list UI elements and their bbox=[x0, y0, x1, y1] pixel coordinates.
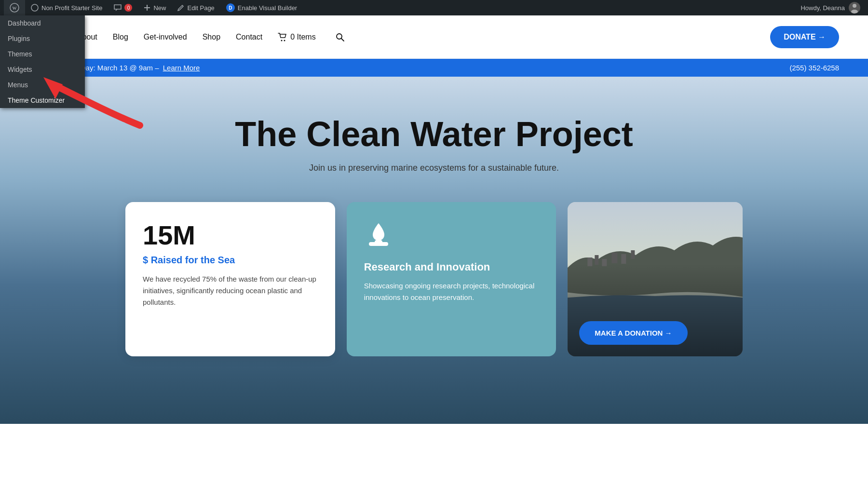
search-icon-btn[interactable] bbox=[331, 28, 349, 46]
dropdown-item-themes[interactable]: Themes bbox=[0, 46, 85, 62]
svg-point-8 bbox=[337, 34, 342, 39]
howdy-section[interactable]: Howdy, Deanna bbox=[800, 2, 860, 14]
svg-point-7 bbox=[284, 40, 285, 41]
visual-builder-item[interactable]: D Enable Visual Builder bbox=[220, 0, 303, 15]
donate-button[interactable]: DONATE → bbox=[770, 26, 839, 48]
announcement-phone: (255) 352-6258 bbox=[789, 64, 839, 72]
nav-item-blog[interactable]: Blog bbox=[113, 33, 128, 41]
dropdown-item-theme-customizer[interactable]: Theme Customizer bbox=[0, 93, 85, 108]
svg-point-2 bbox=[31, 4, 38, 11]
site-name-item[interactable]: Non Profit Starter Site bbox=[25, 0, 108, 15]
photo-card: MAKE A DONATION → bbox=[568, 202, 743, 356]
wp-logo-item[interactable]: W bbox=[4, 0, 25, 15]
svg-rect-10 bbox=[375, 240, 382, 244]
hero-section: The Clean Water Project Join us in prese… bbox=[0, 77, 868, 424]
announcement-bar: Beach Cleanup Day: March 13 @ 9am – Lear… bbox=[0, 59, 868, 77]
comments-item[interactable]: 0 bbox=[108, 0, 138, 15]
user-avatar bbox=[849, 2, 860, 14]
announcement-link[interactable]: Learn More bbox=[163, 64, 200, 72]
card-stat: 15M bbox=[143, 219, 318, 251]
comments-count: 0 bbox=[124, 4, 132, 12]
card-label: $ Raised for the Sea bbox=[143, 255, 318, 266]
svg-text:W: W bbox=[13, 6, 17, 11]
howdy-text: Howdy, Deanna bbox=[800, 4, 845, 12]
site-header: D About Blog Get-involved Shop Contact 0… bbox=[0, 15, 868, 59]
visual-builder-label: Enable Visual Builder bbox=[238, 4, 297, 12]
admin-bar-left: W Non Profit Starter Site 0 New bbox=[4, 0, 303, 15]
hero-title: The Clean Water Project bbox=[235, 115, 633, 153]
site-name-label: Non Profit Starter Site bbox=[41, 4, 102, 12]
admin-bar: W Non Profit Starter Site 0 New bbox=[0, 0, 868, 15]
make-donation-button[interactable]: MAKE A DONATION → bbox=[579, 321, 687, 345]
water-drop-icon bbox=[364, 219, 539, 253]
cart-item[interactable]: 0 Items bbox=[278, 33, 315, 41]
nav-item-shop[interactable]: Shop bbox=[203, 33, 220, 41]
edit-page-label: Edit Page bbox=[187, 4, 214, 12]
research-card-text: Showcasing ongoing research projects, te… bbox=[364, 280, 539, 303]
nav-item-get-involved[interactable]: Get-involved bbox=[144, 33, 187, 41]
divi-logo: D bbox=[226, 3, 235, 12]
cart-label: 0 Items bbox=[290, 33, 315, 41]
stat-card: 15M $ Raised for the Sea We have recycle… bbox=[125, 202, 335, 356]
hero-subtitle: Join us in preserving marine ecosystems … bbox=[309, 163, 559, 173]
dropdown-item-plugins[interactable]: Plugins bbox=[0, 31, 85, 46]
dropdown-item-menus[interactable]: Menus bbox=[0, 77, 85, 93]
svg-point-3 bbox=[853, 4, 856, 8]
card-text: We have recycled 75% of the waste from o… bbox=[143, 273, 318, 308]
svg-point-6 bbox=[281, 40, 283, 41]
appearance-dropdown: Dashboard Plugins Themes Widgets Menus T… bbox=[0, 15, 85, 108]
svg-point-4 bbox=[851, 10, 858, 14]
admin-bar-right: Howdy, Deanna bbox=[800, 2, 864, 14]
edit-page-item[interactable]: Edit Page bbox=[172, 0, 220, 15]
nav-item-contact[interactable]: Contact bbox=[236, 33, 262, 41]
dropdown-item-widgets[interactable]: Widgets bbox=[0, 62, 85, 77]
research-card: Research and Innovation Showcasing ongoi… bbox=[347, 202, 556, 356]
cards-row: 15M $ Raised for the Sea We have recycle… bbox=[96, 202, 772, 356]
new-label: New bbox=[153, 4, 166, 12]
dropdown-item-dashboard[interactable]: Dashboard bbox=[0, 15, 85, 31]
new-item[interactable]: New bbox=[138, 0, 172, 15]
site-nav: About Blog Get-involved Shop Contact 0 I… bbox=[77, 28, 770, 46]
research-card-title: Research and Innovation bbox=[364, 260, 539, 274]
site-wrapper: D About Blog Get-involved Shop Contact 0… bbox=[0, 15, 868, 424]
